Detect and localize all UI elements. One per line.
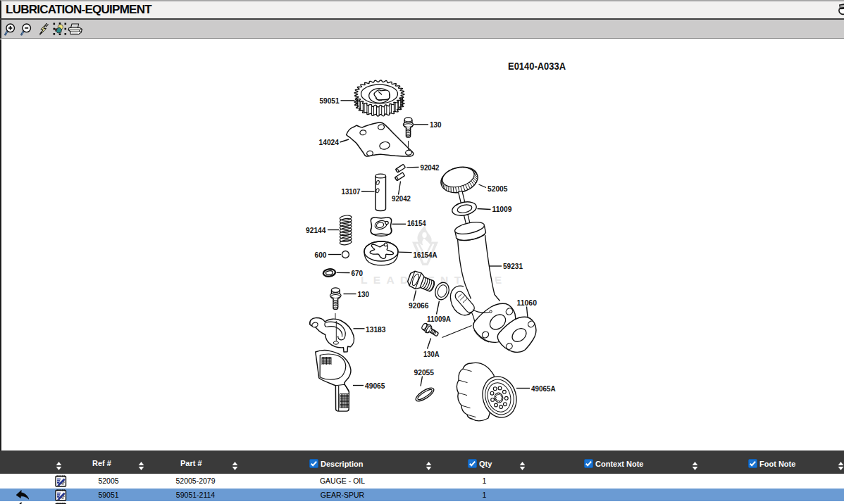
svg-text:16154: 16154 bbox=[407, 219, 426, 227]
svg-text:13107: 13107 bbox=[342, 187, 361, 196]
svg-text:52005: 52005 bbox=[488, 184, 508, 193]
svg-text:130: 130 bbox=[358, 290, 370, 298]
svg-text:E0140-A033A: E0140-A033A bbox=[508, 60, 566, 72]
svg-text:130A: 130A bbox=[423, 350, 440, 358]
svg-text:92042: 92042 bbox=[421, 163, 440, 172]
svg-text:49065: 49065 bbox=[365, 382, 385, 390]
svg-text:13183: 13183 bbox=[366, 325, 386, 334]
svg-text:92066: 92066 bbox=[409, 301, 429, 310]
svg-text:92055: 92055 bbox=[414, 368, 435, 377]
svg-text:11009A: 11009A bbox=[427, 315, 451, 323]
svg-text:16154A: 16154A bbox=[414, 251, 437, 259]
svg-text:11009: 11009 bbox=[492, 205, 512, 213]
svg-text:130: 130 bbox=[430, 120, 442, 129]
svg-text:92042: 92042 bbox=[392, 194, 411, 203]
svg-text:670: 670 bbox=[352, 269, 364, 277]
svg-text:59231: 59231 bbox=[503, 262, 523, 270]
svg-text:600: 600 bbox=[315, 251, 327, 259]
svg-text:59051: 59051 bbox=[320, 96, 340, 105]
svg-text:11060: 11060 bbox=[517, 298, 538, 307]
svg-text:14024: 14024 bbox=[319, 138, 340, 146]
svg-text:92144: 92144 bbox=[306, 226, 326, 234]
svg-text:49065A: 49065A bbox=[531, 384, 556, 393]
